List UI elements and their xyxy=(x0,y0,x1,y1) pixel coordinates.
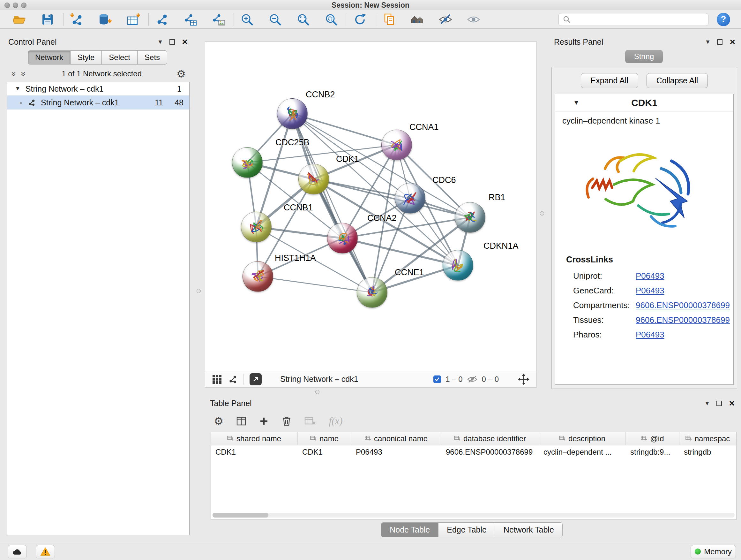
tab-sets[interactable]: Sets xyxy=(137,51,167,64)
new-network-button[interactable] xyxy=(154,11,170,27)
selected-checkbox-icon[interactable] xyxy=(433,375,441,383)
protein-thumbnail xyxy=(332,228,353,248)
home-button[interactable] xyxy=(409,11,425,27)
float-panel-icon[interactable] xyxy=(717,401,722,406)
grid-view-button[interactable] xyxy=(212,374,222,384)
help-button[interactable]: ? xyxy=(717,13,730,26)
network-node-HIST1H1A[interactable] xyxy=(243,261,273,292)
horizontal-scrollbar[interactable] xyxy=(212,513,735,517)
network-node-CCNB1[interactable] xyxy=(241,212,272,242)
delete-column-button[interactable] xyxy=(281,416,292,427)
search-box[interactable] xyxy=(558,13,709,26)
table-settings-gear-icon[interactable]: ⚙ xyxy=(214,415,223,428)
network-node-RB1[interactable] xyxy=(455,202,485,233)
column-header[interactable]: @id xyxy=(626,432,679,445)
export-view-button[interactable] xyxy=(250,373,262,385)
column-header[interactable]: canonical name xyxy=(351,432,441,445)
tab-edge-table[interactable]: Edge Table xyxy=(438,522,495,537)
column-header[interactable]: database identifier xyxy=(441,432,539,445)
save-session-button[interactable] xyxy=(40,11,56,27)
close-panel-icon[interactable]: × xyxy=(729,398,735,408)
expand-all-button[interactable]: Expand All xyxy=(581,73,638,88)
network-node-CCNE1[interactable] xyxy=(357,277,387,308)
column-header[interactable]: description xyxy=(539,432,626,445)
tab-select[interactable]: Select xyxy=(102,51,138,64)
horizontal-splitter-handle[interactable] xyxy=(315,390,320,394)
column-header[interactable]: name xyxy=(298,432,351,445)
collection-count: 1 xyxy=(177,84,182,94)
table-cell[interactable]: cyclin–dependent ... xyxy=(539,445,626,459)
close-panel-icon[interactable]: × xyxy=(730,37,735,47)
zoom-fit-button[interactable] xyxy=(295,11,311,27)
copy-document-button[interactable] xyxy=(381,11,397,27)
pan-tool-button[interactable] xyxy=(518,374,529,385)
network-node-CDC6[interactable] xyxy=(395,183,425,213)
memory-button[interactable]: Memory xyxy=(690,545,736,558)
network-node-CCNA2[interactable] xyxy=(327,223,358,253)
hide-selected-button[interactable] xyxy=(437,11,454,27)
network-collection-row[interactable]: ▼ String Network – cdk1 1 xyxy=(7,82,189,96)
tab-node-table[interactable]: Node Table xyxy=(381,522,439,537)
open-session-button[interactable] xyxy=(11,11,27,27)
warnings-button[interactable] xyxy=(36,545,55,558)
tab-network-table[interactable]: Network Table xyxy=(495,522,562,537)
search-input[interactable] xyxy=(574,15,704,23)
import-table-button[interactable] xyxy=(125,11,141,27)
column-header[interactable]: shared name xyxy=(211,432,298,445)
table-cell[interactable]: CDK1 xyxy=(211,445,298,459)
network-node-label-CCNA2: CCNA2 xyxy=(367,213,397,223)
expand-all-icon[interactable]: « xyxy=(18,70,28,78)
network-node-CDKN1A[interactable] xyxy=(443,250,473,281)
tab-string[interactable]: String xyxy=(625,50,663,63)
show-all-button[interactable] xyxy=(466,11,482,27)
network-canvas[interactable]: CCNB2CCNA1CDC25BCDK1CDC6RB1CCNB1CCNA2CDK… xyxy=(205,42,536,371)
table-row[interactable]: CDK1 CDK1 P06493 9606.ENSP00000378699 cy… xyxy=(211,445,736,459)
network-node-CDK1[interactable] xyxy=(298,164,329,194)
add-column-button[interactable] xyxy=(259,416,269,426)
network-from-table-button[interactable] xyxy=(182,11,198,27)
zoom-out-button[interactable] xyxy=(267,11,283,27)
crosslink-link[interactable]: P06493 xyxy=(636,271,664,281)
column-header[interactable]: namespac xyxy=(679,432,736,445)
vertical-splitter-handle[interactable] xyxy=(540,211,544,215)
table-cell[interactable]: stringdb:9... xyxy=(626,445,679,459)
network-node-CDC25B[interactable] xyxy=(232,147,263,178)
crosslink-link[interactable]: 9606.ENSP00000378699 xyxy=(636,315,730,325)
network-node-CCNA1[interactable] xyxy=(381,130,412,160)
float-panel-icon[interactable] xyxy=(170,39,175,45)
network-node-CCNB2[interactable] xyxy=(277,98,308,129)
zoom-in-button[interactable] xyxy=(239,11,255,27)
tab-network[interactable]: Network xyxy=(28,51,71,64)
collapse-all-button[interactable]: Collapse All xyxy=(647,73,708,88)
vertical-splitter-handle[interactable] xyxy=(197,289,201,293)
disclosure-triangle-icon[interactable]: ▼ xyxy=(15,85,20,92)
network-options-gear-icon[interactable]: ⚙ xyxy=(177,68,186,80)
network-row-selected[interactable]: ● String Network – cdk1 11 48 xyxy=(7,96,189,110)
table-cell[interactable]: P06493 xyxy=(351,445,441,459)
collapse-section-icon[interactable]: ▼ xyxy=(573,99,580,106)
scrollbar-thumb[interactable] xyxy=(212,513,268,517)
table-cell[interactable]: 9606.ENSP00000378699 xyxy=(441,445,539,459)
float-panel-icon[interactable] xyxy=(717,39,723,45)
crosslink-link[interactable]: 9606.ENSP00000378699 xyxy=(636,300,730,310)
chevron-down-icon[interactable]: ▾ xyxy=(158,38,162,45)
chevron-down-icon[interactable]: ▾ xyxy=(706,38,710,45)
show-columns-button[interactable] xyxy=(236,416,246,426)
crosslink-link[interactable]: P06493 xyxy=(636,330,664,340)
table-cell[interactable]: CDK1 xyxy=(298,445,351,459)
network-node-label-HIST1H1A: HIST1H1A xyxy=(275,253,316,263)
zoom-selected-button[interactable] xyxy=(323,11,339,27)
cloud-status-button[interactable] xyxy=(8,545,27,558)
birds-eye-view-button[interactable] xyxy=(227,374,238,384)
tab-style[interactable]: Style xyxy=(70,51,102,64)
close-panel-icon[interactable]: × xyxy=(182,37,188,47)
import-network-file-button[interactable] xyxy=(69,11,84,27)
crosslink-link[interactable]: P06493 xyxy=(636,286,664,296)
protein-panel: ▼ CDK1 cyclin–dependent kinase 1 xyxy=(555,94,734,385)
collapse-all-icon[interactable]: » xyxy=(9,70,19,78)
table-cell[interactable]: stringdb xyxy=(679,445,736,459)
export-network-image-button[interactable] xyxy=(210,11,226,27)
chevron-down-icon[interactable]: ▾ xyxy=(705,400,709,407)
import-network-database-button[interactable] xyxy=(97,11,113,27)
apply-layout-button[interactable] xyxy=(352,11,368,27)
